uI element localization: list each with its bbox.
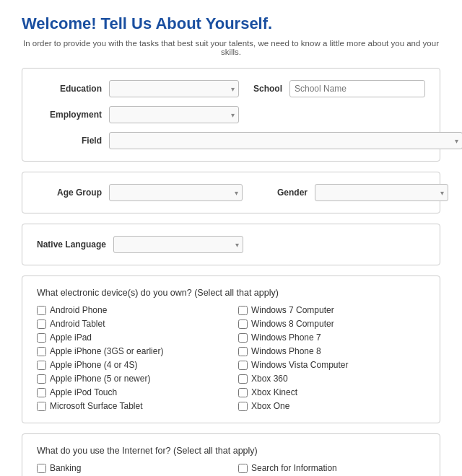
list-item: Search for Information xyxy=(238,463,425,473)
list-item: Windows Phone 7 xyxy=(238,332,425,343)
native-language-label: Native Language xyxy=(37,239,106,250)
list-item: Android Phone xyxy=(37,305,224,315)
list-item: Apple iPhone (3GS or earlier) xyxy=(37,346,224,356)
language-section: Native Language xyxy=(22,224,440,265)
age-group-label: Age Group xyxy=(37,188,102,198)
education-select[interactable] xyxy=(109,80,239,97)
checkbox-label: Windows 7 Computer xyxy=(251,305,334,315)
list-item: Xbox One xyxy=(238,401,425,411)
list-item: Windows Phone 8 xyxy=(238,346,425,356)
devices-section: What electronic device(s) do you own? (S… xyxy=(22,276,440,423)
field-label: Field xyxy=(37,136,102,146)
checkbox-label: Apple iPhone (4 or 4S) xyxy=(50,360,137,370)
list-item: Microsoft Surface Tablet xyxy=(37,401,224,411)
native-language-select-wrapper xyxy=(113,236,243,253)
list-item: Windows 7 Computer xyxy=(238,305,425,315)
employment-select[interactable] xyxy=(109,106,239,123)
devices-title: What electronic device(s) do you own? (S… xyxy=(37,288,425,298)
dev-left-checkbox-6[interactable] xyxy=(37,388,46,397)
dev-right-checkbox-7[interactable] xyxy=(238,402,248,411)
list-item: Windows 8 Computer xyxy=(238,319,425,329)
checkbox-label: Xbox Kinect xyxy=(251,387,297,397)
list-item: Xbox 360 xyxy=(238,374,425,384)
age-group-select-wrapper xyxy=(109,184,243,201)
checkbox-label: Banking xyxy=(50,463,81,473)
dev-left-checkbox-1[interactable] xyxy=(37,319,46,329)
dev-right-checkbox-6[interactable] xyxy=(238,388,248,397)
gender-select-wrapper xyxy=(315,184,448,201)
checkbox-label: Apple iPhone (3GS or earlier) xyxy=(50,346,163,356)
dev-right-checkbox-1[interactable] xyxy=(238,319,248,329)
page-subtitle: In order to provide you with the tasks t… xyxy=(22,39,440,56)
dev-right-checkbox-4[interactable] xyxy=(238,361,248,370)
dev-right-checkbox-0[interactable] xyxy=(238,306,248,315)
checkbox-label: Windows Vista Computer xyxy=(251,360,349,370)
field-select[interactable] xyxy=(109,132,462,149)
internet-section: What do you use the Internet for? (Selec… xyxy=(22,433,440,476)
checkbox-label: Windows 8 Computer xyxy=(251,319,334,329)
dev-right-checkbox-3[interactable] xyxy=(238,347,248,356)
dev-left-checkbox-4[interactable] xyxy=(37,361,46,370)
dev-left-checkbox-2[interactable] xyxy=(37,333,46,343)
internet-right-col: Search for InformationSend EmailsWatch V… xyxy=(238,463,425,476)
list-item: Banking xyxy=(37,463,224,473)
list-item: Apple iPhone (5 or newer) xyxy=(37,374,224,384)
dev-left-checkbox-7[interactable] xyxy=(37,402,46,411)
list-item: Android Tablet xyxy=(37,319,224,329)
list-item: Apple iPod Touch xyxy=(37,387,224,397)
int-right-checkbox-0[interactable] xyxy=(238,464,248,473)
checkbox-label: Android Tablet xyxy=(50,319,105,329)
list-item: Xbox Kinect xyxy=(238,387,425,397)
checkbox-label: Android Phone xyxy=(50,305,107,315)
dev-right-checkbox-2[interactable] xyxy=(238,333,248,343)
field-select-wrapper xyxy=(109,132,462,149)
employment-label: Employment xyxy=(37,110,102,120)
dev-left-checkbox-3[interactable] xyxy=(37,347,46,356)
devices-left-col: Android PhoneAndroid TabletApple iPadApp… xyxy=(37,305,224,411)
checkbox-label: Xbox 360 xyxy=(251,374,288,384)
devices-right-col: Windows 7 ComputerWindows 8 ComputerWind… xyxy=(238,305,425,411)
dev-right-checkbox-5[interactable] xyxy=(238,374,248,384)
list-item: Apple iPhone (4 or 4S) xyxy=(37,360,224,370)
education-select-wrapper xyxy=(109,80,239,97)
internet-checkbox-grid: BankingBuy Products OnlinePay BillsPlay … xyxy=(37,463,425,476)
page-title: Welcome! Tell Us About Yourself. xyxy=(22,14,440,33)
internet-title: What do you use the Internet for? (Selec… xyxy=(37,446,425,456)
dev-left-checkbox-5[interactable] xyxy=(37,374,46,384)
education-label: Education xyxy=(37,84,102,94)
devices-checkbox-grid: Android PhoneAndroid TabletApple iPadApp… xyxy=(37,305,425,411)
int-left-checkbox-0[interactable] xyxy=(37,464,46,473)
checkbox-label: Windows Phone 8 xyxy=(251,346,321,356)
checkbox-label: Search for Information xyxy=(251,463,337,473)
native-language-select[interactable] xyxy=(113,236,243,253)
checkbox-label: Apple iPhone (5 or newer) xyxy=(50,374,150,384)
school-label: School xyxy=(246,84,282,94)
demographics-section: Age Group Gender xyxy=(22,172,440,213)
checkbox-label: Apple iPod Touch xyxy=(50,387,117,397)
gender-label: Gender xyxy=(250,188,308,198)
school-input[interactable] xyxy=(289,80,425,97)
employment-select-wrapper xyxy=(109,106,239,123)
age-group-select[interactable] xyxy=(109,184,243,201)
checkbox-label: Xbox One xyxy=(251,401,289,411)
checkbox-label: Windows Phone 7 xyxy=(251,332,321,343)
internet-left-col: BankingBuy Products OnlinePay BillsPlay … xyxy=(37,463,224,476)
list-item: Windows Vista Computer xyxy=(238,360,425,370)
gender-select[interactable] xyxy=(315,184,448,201)
education-section: Education School Employment Field xyxy=(22,68,440,162)
checkbox-label: Microsoft Surface Tablet xyxy=(50,401,143,411)
checkbox-label: Apple iPad xyxy=(50,332,92,343)
dev-left-checkbox-0[interactable] xyxy=(37,306,46,315)
list-item: Apple iPad xyxy=(37,332,224,343)
